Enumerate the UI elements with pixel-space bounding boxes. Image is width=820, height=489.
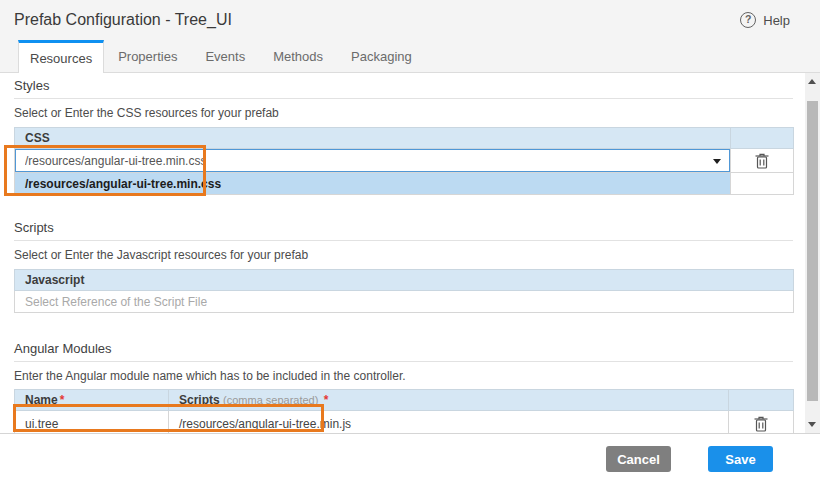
css-action-column-header	[731, 128, 794, 149]
help-label: Help	[763, 13, 790, 28]
css-resource-select-value: /resources/angular-ui-tree.min.css	[25, 154, 206, 168]
javascript-column-header: Javascript	[15, 270, 794, 291]
scroll-down-arrow-icon[interactable]	[808, 422, 816, 427]
name-column-header: Name*	[15, 390, 169, 411]
delete-css-row-button[interactable]	[754, 152, 770, 170]
angular-modules-section-description: Enter the Angular module name which has …	[14, 369, 793, 383]
table-row: ui.tree /resources/angular-ui-tree.min.j…	[15, 411, 794, 434]
trash-icon	[753, 415, 769, 433]
scripts-section-description: Select or Enter the Javascript resources…	[14, 248, 793, 262]
trash-icon	[754, 152, 770, 170]
tab-bar: Resources Properties Events Methods Pack…	[0, 40, 820, 73]
help-link[interactable]: ? Help	[740, 0, 790, 40]
css-column-header: CSS	[15, 128, 731, 149]
css-dropdown-option-selected[interactable]: /resources/angular-ui-tree.min.css	[15, 173, 731, 195]
modules-action-column-header	[729, 390, 794, 411]
dialog-header: Prefab Configuration - Tree_UI ? Help	[0, 0, 820, 40]
tab-resources[interactable]: Resources	[18, 40, 104, 74]
css-resources-table: CSS /resources/angular-ui-tree.min.css	[14, 127, 794, 195]
scrollbar-thumb[interactable]	[807, 101, 818, 401]
comma-separated-hint: (comma separated)	[223, 394, 318, 406]
angular-modules-table: Name* Scripts (comma separated) * ui.tre…	[14, 389, 794, 433]
chevron-down-icon	[713, 159, 721, 164]
scroll-up-arrow-icon[interactable]	[808, 79, 816, 84]
vertical-scrollbar[interactable]	[805, 73, 820, 433]
angular-modules-section-heading: Angular Modules	[14, 341, 793, 362]
module-name-cell[interactable]: ui.tree	[15, 411, 169, 434]
tab-packaging[interactable]: Packaging	[337, 40, 426, 73]
resources-tab-content: Styles Select or Enter the CSS resources…	[0, 73, 805, 433]
delete-module-row-button[interactable]	[753, 415, 769, 433]
tab-events[interactable]: Events	[191, 40, 259, 73]
styles-section-heading: Styles	[14, 78, 793, 99]
javascript-resources-table: Javascript Select Reference of the Scrip…	[14, 269, 794, 313]
cancel-button[interactable]: Cancel	[606, 446, 671, 472]
prefab-configuration-dialog: Prefab Configuration - Tree_UI ? Help Re…	[0, 0, 820, 489]
dialog-footer: Cancel Save	[0, 433, 820, 489]
css-resource-select[interactable]: /resources/angular-ui-tree.min.css	[15, 149, 730, 172]
scripts-column-header: Scripts (comma separated) *	[169, 390, 729, 411]
javascript-resource-select[interactable]: Select Reference of the Script File	[15, 291, 794, 313]
help-question-icon: ?	[740, 12, 756, 28]
module-scripts-cell[interactable]: /resources/angular-ui-tree.min.js	[169, 411, 729, 434]
required-asterisk: *	[60, 393, 65, 407]
styles-section-description: Select or Enter the CSS resources for yo…	[14, 106, 793, 120]
tab-methods[interactable]: Methods	[259, 40, 337, 73]
page-title: Prefab Configuration - Tree_UI	[14, 0, 232, 40]
save-button[interactable]: Save	[708, 446, 773, 472]
tab-properties[interactable]: Properties	[104, 40, 191, 73]
scripts-section-heading: Scripts	[14, 220, 793, 241]
css-dropdown-empty-cell	[731, 173, 794, 195]
required-asterisk: *	[324, 393, 329, 407]
